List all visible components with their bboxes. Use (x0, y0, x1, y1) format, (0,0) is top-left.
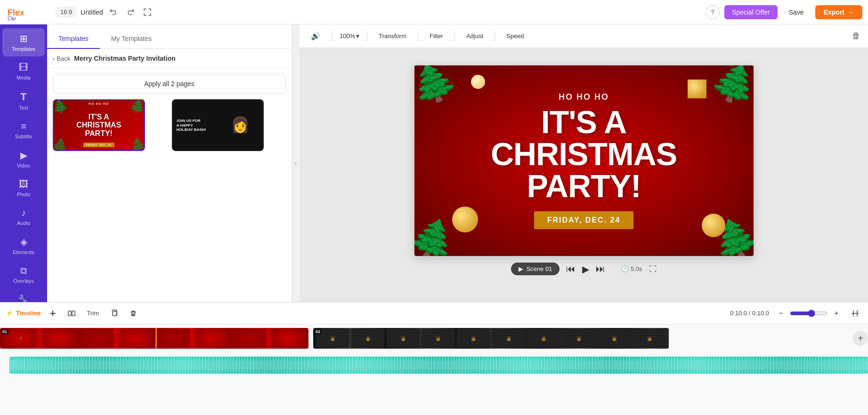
sidebar-item-overlays[interactable]: ⧉ Overlays (2, 261, 45, 288)
timeline-label: ⚡ Timeline (6, 310, 41, 317)
photo-icon: 🖼 (19, 179, 28, 190)
toolbar-separator-5 (495, 31, 495, 41)
clip-1-thumb-7 (233, 329, 266, 348)
clip-divider (309, 328, 313, 349)
prev-scene-button[interactable]: ⏮ (566, 263, 576, 274)
sidebar-item-tools[interactable]: 🔧 Tools (2, 289, 45, 302)
sidebar-item-photo[interactable]: 🖼 Photo (2, 174, 45, 202)
sidebar: ⊞ Templates 🎞 Media T Text ≡ Subtitle ▶ … (0, 24, 47, 302)
delete-clip-button[interactable] (126, 306, 140, 320)
toolbar-separator-3 (418, 31, 418, 41)
adjust-button[interactable]: Adjust (462, 31, 487, 41)
copy-button[interactable] (107, 306, 122, 320)
play-pause-button[interactable]: ▶ (582, 263, 589, 275)
timeline-tracks: 01 🎄 02 👩 👩 👩 (0, 324, 868, 415)
volume-button[interactable]: 🔊 (307, 30, 324, 42)
clip-segment-1[interactable]: 01 🎄 (0, 328, 308, 349)
tools-icon: 🔧 (18, 294, 30, 302)
clip-1-thumb-3 (81, 329, 114, 348)
next-scene-button[interactable]: ⏭ (596, 263, 605, 274)
transform-button[interactable]: Transform (375, 31, 410, 41)
redo-button[interactable] (124, 7, 137, 18)
trim-button[interactable]: Trim (83, 307, 103, 319)
pine-decoration-top-left: 🌲 (414, 65, 463, 112)
clip-1-thumb-5 (157, 329, 190, 348)
fit-screen-button[interactable]: ⛶ (649, 265, 657, 273)
split-button[interactable] (65, 306, 79, 320)
clip-1-number: 01 (1, 329, 8, 335)
sidebar-item-media[interactable]: 🎞 Media (2, 57, 45, 85)
add-clip-inline-button[interactable] (46, 306, 60, 320)
pine-decoration-top-right: 🌲 (705, 65, 753, 112)
sidebar-item-templates[interactable]: ⊞ Templates (2, 28, 45, 56)
audio-waveform (9, 357, 868, 374)
timeline-area: ⚡ Timeline Trim 0:10.0 / 0:10.0 − + (0, 302, 868, 415)
playhead-marker[interactable] (155, 328, 157, 349)
tab-my-templates[interactable]: My Templates (100, 29, 163, 49)
aspect-ratio-badge[interactable]: 16:9 (56, 7, 77, 17)
playback-bar: ▶ Scene 01 ⏮ ▶ ⏭ 🕐 5.0s ⛶ (511, 263, 656, 275)
elements-icon: ◈ (20, 236, 27, 247)
special-offer-button[interactable]: Special Offer (724, 5, 778, 19)
sidebar-label-text: Text (19, 105, 28, 111)
toolbar-separator-1 (332, 31, 332, 41)
play-icon-small: ▶ (519, 265, 523, 272)
svg-rect-5 (68, 311, 71, 316)
fullscreen-button[interactable] (141, 7, 154, 18)
sidebar-label-subtitle: Subtitle (15, 134, 32, 139)
panel-tabs: Templates My Templates (47, 24, 292, 49)
zoom-controls: − + (774, 306, 844, 320)
clip-1-thumb-8 (271, 329, 304, 348)
clip-2-thumb-3: 👩 (387, 329, 420, 348)
undo-button[interactable] (107, 7, 120, 18)
title-area: Untitled (81, 7, 154, 18)
clip-2-thumb-2: 👩 (351, 329, 384, 348)
add-clip-button[interactable]: + (853, 331, 868, 346)
apply-all-button[interactable]: Apply all 2 pages (53, 74, 286, 94)
template-thumb-1[interactable]: HO HO HO IT'S ACHRISTMASPARTY! FRIDAY, D… (53, 99, 145, 151)
sidebar-item-text[interactable]: T Text (2, 86, 45, 115)
clip-1-thumb-1: 🎄 (4, 329, 37, 348)
panel-title: Merry Christmas Party Invitation (74, 55, 176, 62)
timeline-time-display: 0:10.0 / 0:10.0 (730, 310, 769, 317)
sidebar-item-subtitle[interactable]: ≡ Subtitle (2, 116, 45, 144)
canvas-area: 🔊 100% ▾ Transform Filter Adjust Speed 🗑… (300, 24, 868, 302)
sidebar-label-overlays: Overlays (13, 278, 33, 284)
zoom-slider[interactable] (790, 310, 827, 317)
zoom-in-button[interactable]: + (829, 306, 844, 320)
sidebar-item-video[interactable]: ▶ Video (2, 145, 45, 173)
clip-2-thumb-5: 👩 (457, 329, 490, 348)
delete-top-button[interactable]: 🗑 (852, 31, 860, 41)
clip-1-thumb-4 (119, 329, 152, 348)
template-thumb-2[interactable]: 👩 JOIN US FORA HAPPYHOLIDAY BASH! (172, 99, 264, 151)
christmas-preview: 🌲 🌲 🌲 🌲 HO HO HO IT'S A CHRISTMAS PARTY!… (414, 65, 754, 256)
sidebar-label-photo: Photo (17, 192, 31, 197)
chevron-left-icon: ‹ (295, 160, 297, 167)
sidebar-item-elements[interactable]: ◈ Elements (2, 231, 45, 260)
panel-toggle-button[interactable]: ‹ (292, 24, 300, 302)
sidebar-item-audio[interactable]: ♪ Audio (2, 203, 45, 231)
expand-timeline-button[interactable] (848, 306, 862, 320)
video-track-content: 01 🎄 02 👩 👩 👩 (0, 328, 848, 349)
export-button[interactable]: Export → (815, 5, 862, 19)
save-button[interactable]: Save (782, 5, 811, 19)
zoom-out-button[interactable]: − (774, 306, 788, 320)
clip-segment-2[interactable]: 02 👩 👩 👩 👩 👩 👩 👩 👩 👩 👩 (313, 328, 669, 349)
filter-button[interactable]: Filter (426, 31, 447, 41)
audio-track-row (0, 352, 868, 376)
audio-track-content[interactable] (9, 357, 868, 374)
templates-icon: ⊞ (20, 33, 28, 44)
tab-templates[interactable]: Templates (47, 29, 100, 49)
preview-ho-text: HO HO HO (559, 92, 609, 102)
speed-button[interactable]: Speed (503, 31, 528, 41)
clip-2-thumb-6: 👩 (492, 329, 525, 348)
back-button[interactable]: ‹ Back (53, 55, 70, 62)
preview-canvas: 🌲 🌲 🌲 🌲 HO HO HO IT'S A CHRISTMAS PARTY!… (414, 65, 754, 256)
help-button[interactable]: ? (706, 5, 720, 19)
silver-ornament-1 (471, 75, 485, 89)
gold-ornament-3 (702, 214, 725, 237)
zoom-select[interactable]: 100% ▾ (340, 32, 359, 40)
overlays-icon: ⧉ (20, 265, 27, 276)
scene-badge: ▶ Scene 01 (511, 263, 560, 275)
logo: Flex Clip (6, 3, 53, 21)
